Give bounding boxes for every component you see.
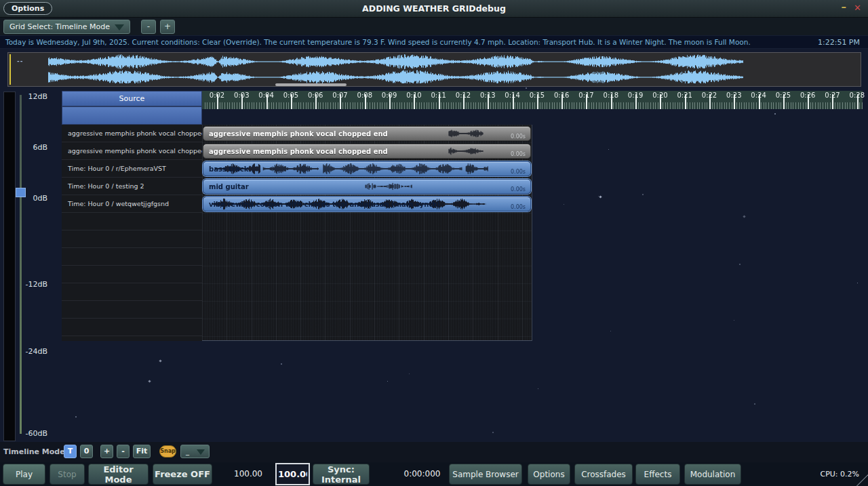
transport-time-display: 0:00:000 [403, 462, 441, 486]
sample-browser-button[interactable]: Sample Browser [449, 464, 522, 485]
clock-text: 1:22:51 PM [818, 36, 860, 49]
audio-clip[interactable]: vibe rewind cocoon with chords tool anda… [203, 197, 531, 211]
timeline-zoom-out-button[interactable]: - [117, 445, 130, 458]
star-dot [159, 359, 161, 362]
overview-waveform-canvas [8, 53, 861, 83]
overview-playhead[interactable] [9, 54, 11, 85]
ruler-time-label: 0:05 [279, 92, 303, 99]
window-title: ADDING WEATHER GRIDdebug [0, 0, 868, 18]
ruler-time-label: 0:17 [574, 92, 599, 99]
ruler-time-label: 0:14 [500, 92, 525, 99]
grid-size-dropdown[interactable]: _ [180, 445, 210, 458]
ruler-time-label: 0:27 [821, 92, 845, 99]
timeline-zoom-in-button[interactable]: + [100, 445, 113, 458]
ruler-time-label: 0:06 [303, 92, 328, 99]
stop-button[interactable]: Stop [50, 464, 85, 485]
timeline-ruler[interactable]: 0:020:030:040:050:060:070:080:090:100:11… [202, 91, 863, 109]
star-dot [734, 320, 734, 321]
star-dot [599, 195, 601, 198]
overview-waveform-strip[interactable]: -- [7, 52, 861, 87]
star-dot [857, 283, 858, 283]
snap-toggle[interactable]: Snap [159, 445, 176, 458]
transport-bar: Play Stop Editor Mode Freeze OFF 100.00 … [0, 462, 868, 486]
clip-label: aggressive memphis phonk vocal chopped e… [209, 127, 388, 141]
empty-track-row[interactable] [62, 283, 202, 301]
ruler-time-label: 0:13 [475, 92, 500, 99]
freeze-toggle-button[interactable]: Freeze OFF [153, 464, 212, 485]
empty-track-row[interactable] [62, 213, 202, 230]
ruler-time-label: 0:25 [771, 92, 795, 99]
empty-track-row[interactable] [62, 230, 202, 248]
db-scale-label: 0dB [24, 194, 47, 203]
star-dot [598, 196, 599, 197]
modulation-button[interactable]: Modulation [684, 464, 741, 485]
title-bar: Options ADDING WEATHER GRIDdebug – ✕ [0, 0, 868, 18]
star-dot [148, 380, 151, 382]
star-dot [754, 403, 755, 405]
ruler-time-label: 0:19 [623, 92, 648, 99]
zoom-out-button[interactable]: - [141, 20, 156, 34]
selected-source-row[interactable] [62, 106, 202, 125]
effects-button[interactable]: Effects [635, 464, 680, 485]
audio-clip[interactable]: aggressive memphis phonk vocal chopped e… [203, 144, 531, 159]
ruler-time-label: 0:03 [229, 92, 254, 99]
track-source-row[interactable]: aggressive memphis phonk vocal chopped e… [62, 125, 202, 142]
sync-button[interactable]: Sync: Internal [313, 464, 370, 485]
timeline-mode-t-button[interactable]: T [64, 445, 77, 458]
grid-select-dropdown[interactable]: Grid Select: Timeline Mode [3, 20, 130, 34]
track-source-row[interactable]: Time: Hour 0 / wetqwetjjgfgsnd [62, 195, 202, 213]
clip-duration-label: 0.00s [511, 204, 526, 210]
zoom-in-button[interactable]: + [160, 20, 175, 34]
clip-grid[interactable]: aggressive memphis phonk vocal chopped e… [202, 125, 532, 341]
status-bar: Today is Wednesday, Jul 9th, 2025. Curre… [0, 35, 868, 49]
clip-label: vibe rewind cocoon with chords tool anda… [209, 197, 440, 211]
timeline-mode-bar: Timeline Mode: T 0 + - Fit Snap _ [0, 442, 868, 462]
empty-track-row[interactable] [62, 336, 202, 341]
db-scale-label: -24dB [24, 347, 47, 356]
minimize-icon[interactable]: – [842, 1, 847, 13]
empty-track-row[interactable] [62, 248, 202, 266]
options-button-bottom[interactable]: Options [528, 464, 570, 485]
clip-duration-label: 0.00s [511, 169, 526, 175]
audio-clip[interactable]: bass track0.00s [203, 161, 531, 176]
track-source-row[interactable]: Time: Hour 0 / testing 2 [62, 178, 202, 195]
volume-fader-handle[interactable] [16, 188, 26, 197]
clip-label: mid guitar [209, 180, 249, 194]
editor-mode-button[interactable]: Editor Mode [88, 464, 149, 485]
ruler-time-label: 0:08 [353, 92, 377, 99]
audio-clip[interactable]: aggressive memphis phonk vocal chopped e… [203, 126, 531, 141]
source-column-header: Source [62, 91, 202, 106]
clip-label: bass track [209, 162, 248, 176]
star-dot [743, 215, 745, 218]
star-dot [492, 432, 494, 433]
ruler-time-label: 0:22 [697, 92, 722, 99]
cpu-usage-text: CPU: 0.2% [820, 462, 859, 486]
play-button[interactable]: Play [3, 464, 45, 485]
ruler-time-label: 0:20 [648, 92, 672, 99]
star-dot [774, 113, 776, 115]
overview-scrollbar-handle[interactable] [275, 83, 347, 86]
clip-duration-label: 0.00s [511, 151, 526, 157]
bpm-input[interactable] [275, 463, 310, 485]
audio-clip[interactable]: mid guitar0.00s [203, 179, 531, 194]
star-dot [526, 87, 527, 89]
ruler-time-label: 0:21 [673, 92, 697, 99]
fit-button[interactable]: Fit [133, 445, 151, 458]
track-source-row[interactable]: Time: Hour 0 / r/EphemeraVST [62, 160, 202, 178]
timeline-mode-zero-button[interactable]: 0 [80, 445, 93, 458]
grid-select-label: Grid Select: Timeline Mode [9, 20, 110, 34]
db-scale-label: -60dB [24, 429, 47, 438]
track-source-row[interactable]: aggressive memphis phonk vocal chopped e… [62, 142, 202, 160]
crossfades-button[interactable]: Crossfades [574, 464, 633, 485]
db-scale-label: -12dB [24, 280, 47, 289]
empty-track-row[interactable] [62, 301, 202, 319]
main-editor-area: 12dB6dB0dB-12dB-24dB-60dB 0:020:030:040:… [0, 87, 868, 442]
clip-label: aggressive memphis phonk vocal chopped e… [209, 144, 388, 159]
star-dot [642, 194, 644, 195]
empty-track-row[interactable] [62, 319, 202, 336]
chevron-down-icon [197, 449, 205, 455]
ruler-time-label: 0:02 [205, 92, 229, 99]
close-icon[interactable]: ✕ [854, 3, 861, 13]
star-dot [75, 416, 77, 418]
empty-track-row[interactable] [62, 266, 202, 283]
